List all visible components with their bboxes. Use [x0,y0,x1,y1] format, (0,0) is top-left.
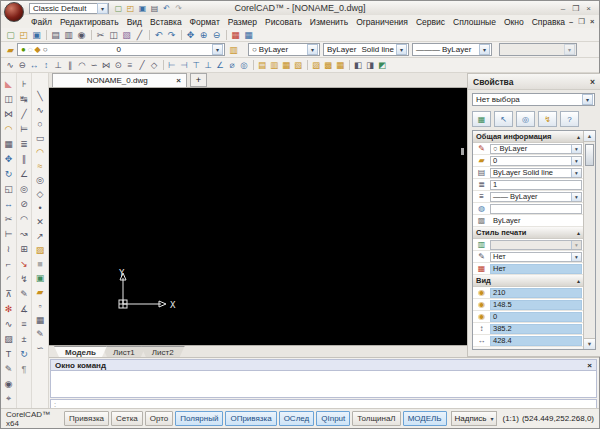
ray-icon[interactable]: ↗ [34,229,47,243]
menu-item[interactable]: Файл [27,17,56,27]
scroll-down-icon[interactable]: ▼ [584,338,595,349]
tangent-constraint-icon[interactable]: ◠ [76,59,88,71]
aligned-dim-constraint-icon[interactable]: ⊥ [202,59,214,71]
attach-image-icon[interactable]: ▫ [34,299,47,313]
undo-icon[interactable]: ↶ [161,3,172,14]
rotate-icon[interactable]: ↻ [2,166,15,181]
perpendicular-constraint-icon[interactable]: ⊥ [52,59,64,71]
vertical-constraint-icon[interactable]: ↕ [40,59,52,71]
menu-item[interactable]: Рисовать [261,17,306,27]
layer-states-icon[interactable]: ▦ [229,29,242,41]
minimize-icon[interactable]: – [561,4,565,13]
transparency-field[interactable]: ByLayer [490,216,582,226]
status-toggle-button[interactable]: QInput [316,411,350,426]
color-field[interactable]: ○ ByLayer [490,144,582,154]
rectangle-icon[interactable]: ▭ [34,131,47,145]
parallel-constraint-icon[interactable]: ∥ [64,59,76,71]
create-block-icon[interactable]: ▰ [34,285,47,299]
menu-item[interactable]: Размер [224,17,261,27]
sketch-icon[interactable]: ∽ [34,341,47,355]
chevron-down-icon[interactable]: ▾ [307,44,318,55]
layer-field[interactable]: 0 [490,156,582,166]
all-dim-constraints-icon[interactable]: ▦ [334,59,346,71]
quick-select-icon[interactable]: ◎ [516,111,535,127]
width-field[interactable]: 428.4 [490,336,582,346]
document-tab[interactable]: NONAME_0.dwg × [52,73,187,87]
line-icon[interactable]: ╲ [34,89,47,103]
edit-polyline-icon[interactable]: ∿ [2,316,15,331]
drawing-canvas[interactable]: Y X [49,88,467,345]
chevron-down-icon[interactable]: ▾ [479,44,490,55]
section-misc[interactable]: Прочее ▴ [473,347,583,349]
format-painter-icon[interactable]: ╱ [133,29,146,41]
align-dimension-text-icon[interactable]: ≡ [18,316,31,331]
new-file-icon[interactable]: ▢ [4,29,17,41]
sheet-tab[interactable]: Лист1 [102,346,146,357]
menu-item[interactable]: Редактировать [56,17,123,27]
insert-block-icon[interactable]: ▣ [34,271,47,285]
show-all-constraints-icon[interactable]: ▦ [280,59,292,71]
sheet-tab[interactable]: Лист2 [141,346,185,357]
spline-icon[interactable]: ≈ [34,159,47,173]
multileader-icon[interactable]: ↯ [18,271,31,286]
show-constraints-icon[interactable]: ▤ [256,59,268,71]
fixed-constraint-icon[interactable]: ⊖ [16,59,28,71]
linestyle-select[interactable]: ByLayer Solid line ▾ [323,43,409,56]
angular-dim-constraint-icon[interactable]: ∠ [214,59,226,71]
undo-icon[interactable]: ↶ [152,29,165,41]
edit-hatch-icon[interactable]: ▨ [2,331,15,346]
restore-icon[interactable]: ❒ [572,4,579,13]
status-toggle-button[interactable]: ОПривязка [225,411,276,426]
hatch-icon[interactable]: ▨ [34,243,47,257]
trim-icon[interactable]: ✂ [2,211,15,226]
copy-icon[interactable]: ◫ [2,91,15,106]
update-dimension-icon[interactable]: ↻ [18,346,31,361]
dimension-style-icon[interactable]: ✎ [18,286,31,301]
linetype-field[interactable]: ByLayer Solid line [490,168,582,178]
linecolor-select[interactable]: ○ ByLayer ▾ [248,43,320,56]
menu-item[interactable]: Справка [528,17,569,27]
menu-item[interactable]: Окно [500,17,528,27]
offset-icon[interactable]: ◠ [2,121,15,136]
close-icon[interactable]: × [586,4,591,13]
collinear-constraint-icon[interactable]: ╱ [136,59,148,71]
explode-icon[interactable]: ✻ [2,301,15,316]
fillet-icon[interactable]: ◜ [2,271,15,286]
hide-constraints-icon[interactable]: ▥ [268,59,280,71]
open-file-icon[interactable]: ◰ [125,3,136,14]
arc-icon[interactable]: ◠ [34,145,47,159]
cut-icon[interactable]: ✂ [94,29,107,41]
mirror-icon[interactable]: ⋈ [2,106,15,121]
lineweight-field[interactable]: —— ByLayer [490,192,582,202]
erase-icon[interactable]: ◣ [2,76,15,91]
redo-icon[interactable]: ↷ [173,3,184,14]
circle-icon[interactable]: ○ [34,117,47,131]
autoconstrain-icon[interactable]: ◇ [148,59,160,71]
baseline-dimension-icon[interactable]: ≣ [18,136,31,151]
menu-item[interactable]: Изменить [306,17,352,27]
collapse-icon[interactable]: ▴ [577,277,580,284]
doc-restore-icon[interactable]: ❒ [578,17,585,26]
angular-dimension-icon[interactable]: ∠ [18,166,31,181]
properties-painter-icon[interactable]: ◉ [2,376,15,391]
ordinate-dimension-icon[interactable]: ⊨ [18,121,31,136]
arc-length-dimension-icon[interactable]: ◠ [18,211,31,226]
radius-dimension-icon[interactable]: ◎ [18,181,31,196]
status-toggle-button[interactable]: ОСлед [279,411,315,426]
height-field[interactable]: 385.2 [490,324,582,334]
status-toggle-button[interactable]: МОДЕЛЬ [403,411,447,426]
command-log[interactable] [50,371,597,398]
new-file-icon[interactable]: ▢ [113,3,124,14]
horizontal-dim-constraint-icon[interactable]: ⊣ [178,59,190,71]
properties-scrollbar[interactable]: ▲ ▼ [583,131,595,349]
status-toggle-button[interactable]: Полярный [175,411,223,426]
section-general[interactable]: Общая информация ▴ [473,131,583,143]
coincident-constraint-icon[interactable]: ∿ [4,59,16,71]
status-toggle-button[interactable]: Орто [145,411,174,426]
lightning-icon[interactable]: ↯ [538,111,557,127]
menu-item[interactable]: Вставка [146,17,186,27]
close-icon[interactable]: × [590,77,595,87]
collapse-icon[interactable]: ▴ [577,229,580,236]
save-icon[interactable]: ▣ [30,29,43,41]
section-plot-style[interactable]: Стиль печати ▴ [473,227,583,239]
